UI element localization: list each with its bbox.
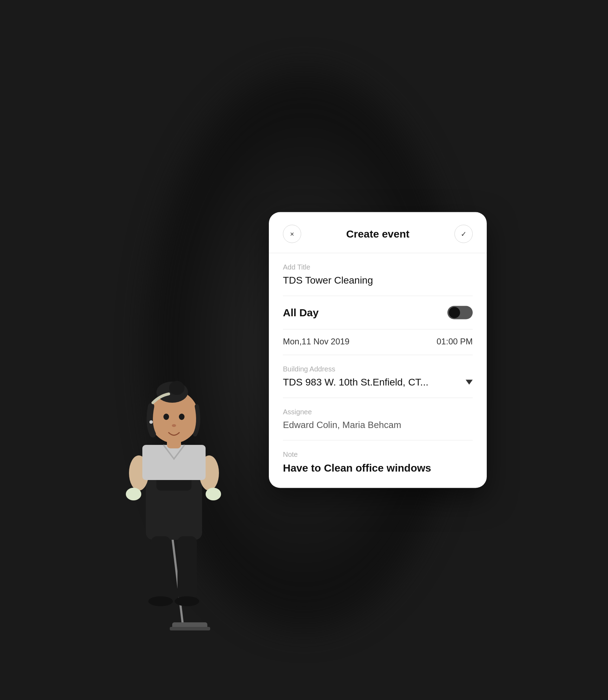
date-value[interactable]: Mon,11 Nov 2019 bbox=[283, 337, 349, 346]
svg-point-10 bbox=[206, 488, 221, 500]
note-value[interactable]: Have to Clean office windows bbox=[283, 462, 473, 474]
note-section: Note Have to Clean office windows bbox=[283, 441, 473, 488]
toggle-thumb bbox=[449, 307, 460, 318]
title-label: Add Title bbox=[283, 263, 473, 271]
svg-rect-11 bbox=[151, 536, 170, 599]
create-event-modal: × Create event ✓ Add Title TDS Tower Cle… bbox=[269, 212, 487, 488]
close-button[interactable]: × bbox=[283, 225, 301, 243]
all-day-row: All Day bbox=[283, 296, 473, 330]
title-value[interactable]: TDS Tower Cleaning bbox=[283, 275, 473, 286]
svg-rect-12 bbox=[177, 536, 197, 599]
svg-point-19 bbox=[163, 414, 169, 420]
address-value: TDS 983 W. 10th St.Enfield, CT... bbox=[283, 377, 428, 388]
modal-header: × Create event ✓ bbox=[269, 212, 487, 253]
svg-point-22 bbox=[149, 420, 153, 424]
date-time-row: Mon,11 Nov 2019 01:00 PM bbox=[283, 330, 473, 355]
note-label: Note bbox=[283, 451, 473, 459]
svg-point-13 bbox=[148, 596, 173, 606]
time-value[interactable]: 01:00 PM bbox=[436, 337, 473, 346]
svg-point-20 bbox=[179, 414, 185, 420]
building-address-section: Building Address TDS 983 W. 10th St.Enfi… bbox=[283, 355, 473, 398]
svg-point-14 bbox=[175, 596, 199, 606]
title-field-section: Add Title TDS Tower Cleaning bbox=[283, 253, 473, 296]
assignee-section: Assignee Edward Colin, Maria Behcam bbox=[283, 398, 473, 441]
confirm-button[interactable]: ✓ bbox=[454, 225, 473, 243]
svg-point-9 bbox=[126, 488, 141, 500]
modal-body: Add Title TDS Tower Cleaning All Day Mon… bbox=[269, 253, 487, 488]
svg-point-18 bbox=[169, 381, 185, 395]
modal-title: Create event bbox=[346, 228, 409, 240]
svg-rect-2 bbox=[170, 627, 210, 630]
building-address-label: Building Address bbox=[283, 365, 473, 373]
chevron-down-icon bbox=[466, 380, 473, 385]
all-day-label: All Day bbox=[283, 307, 319, 319]
all-day-toggle[interactable] bbox=[447, 306, 473, 319]
cleaner-illustration bbox=[118, 322, 230, 638]
svg-point-21 bbox=[172, 424, 176, 427]
assignee-label: Assignee bbox=[283, 408, 473, 416]
assignee-value[interactable]: Edward Colin, Maria Behcam bbox=[283, 420, 473, 430]
address-select[interactable]: TDS 983 W. 10th St.Enfield, CT... bbox=[283, 377, 473, 388]
svg-rect-8 bbox=[142, 445, 206, 480]
